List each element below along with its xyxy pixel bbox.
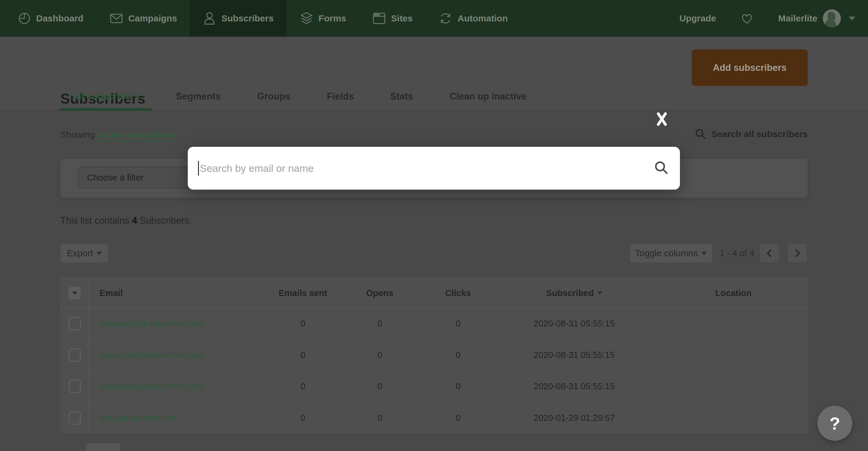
search-icon <box>695 128 707 140</box>
search-all-subscribers-link[interactable]: Search all subscribers <box>695 128 808 140</box>
person-icon <box>203 11 216 25</box>
column-header-clicks[interactable]: Clicks <box>427 278 490 307</box>
close-icon <box>655 112 669 126</box>
clicks-value: 0 <box>427 339 490 370</box>
search-all-label: Search all subscribers <box>711 129 808 139</box>
subscribed-value: 2020-08-31 05:55:15 <box>490 339 658 370</box>
opens-value: 0 <box>333 402 427 433</box>
showing-prefix: Showing <box>60 130 95 140</box>
select-all-dropdown-button[interactable] <box>68 287 81 300</box>
nav-item-automation[interactable]: Automation <box>426 0 521 37</box>
list-info: This list contains 4 Subscribers. <box>60 215 192 226</box>
account-chevron-down-icon[interactable] <box>849 17 855 21</box>
table-row: example4@mailerlite.com 0 0 0 2020-08-31… <box>60 339 808 371</box>
column-header-opens[interactable]: Opens <box>333 278 427 307</box>
search-input[interactable] <box>188 147 680 190</box>
table-row: info@mailerlite.com 0 0 0 2020-01-29 01:… <box>60 402 808 433</box>
subscriber-email-link[interactable]: info@mailerlite.com <box>99 413 179 423</box>
tab-segments[interactable]: Segments <box>164 83 233 110</box>
layers-icon <box>300 11 313 25</box>
previous-page-button[interactable] <box>760 244 779 263</box>
heart-icon[interactable] <box>740 12 753 25</box>
subscribed-value: 2020-08-31 05:55:15 <box>490 371 658 401</box>
table-row: example3@mailerlite.com 0 0 0 2020-08-31… <box>60 371 808 402</box>
column-header-subscribed[interactable]: Subscribed <box>490 278 658 307</box>
nav-item-label: Sites <box>391 13 413 24</box>
tab-bar: All subscribers Segments Groups Fields S… <box>60 83 551 110</box>
table-header-row: Email Emails sent Opens Clicks Subscribe… <box>60 278 808 308</box>
page-header: Subscribers Add subscribers All subscrib… <box>0 37 868 111</box>
chevron-right-icon <box>792 248 803 259</box>
clicks-value: 0 <box>427 371 490 401</box>
top-nav-left: Dashboard Campaigns Subscribers <box>0 0 521 37</box>
nav-item-sites[interactable]: Sites <box>359 0 426 37</box>
opens-value: 0 <box>333 371 427 401</box>
toggle-columns-button[interactable]: Toggle columns <box>629 244 712 263</box>
clicks-value: 0 <box>427 308 490 339</box>
nav-item-dashboard[interactable]: Dashboard <box>5 0 96 37</box>
row-checkbox[interactable] <box>69 348 81 362</box>
nav-item-label: Subscribers <box>221 13 273 24</box>
dashboard-icon <box>18 12 31 25</box>
emails-sent-value: 0 <box>273 402 333 433</box>
location-value <box>658 308 808 339</box>
nav-item-label: Automation <box>458 13 508 24</box>
opens-value: 0 <box>333 308 427 339</box>
text-cursor <box>198 161 199 176</box>
list-info-suffix: Subscribers. <box>140 215 192 226</box>
search-icon[interactable] <box>654 160 669 176</box>
bottom-export-button-partial[interactable] <box>86 443 120 451</box>
emails-sent-value: 0 <box>273 371 333 401</box>
column-header-email[interactable]: Email <box>90 278 273 307</box>
subscriber-email-link[interactable]: example4@mailerlite.com <box>99 350 204 360</box>
search-modal <box>188 147 680 190</box>
subscribers-table: Email Emails sent Opens Clicks Subscribe… <box>60 278 808 433</box>
subscriber-count: 4 <box>132 215 137 226</box>
chevron-down-icon <box>72 292 78 295</box>
sort-desc-icon <box>597 292 602 295</box>
export-label: Export <box>67 248 93 258</box>
showing-status: Showing active subscribers <box>60 130 177 140</box>
column-header-emails-sent[interactable]: Emails sent <box>273 278 333 307</box>
location-value <box>658 402 808 433</box>
row-checkbox[interactable] <box>69 380 81 393</box>
emails-sent-value: 0 <box>273 339 333 370</box>
column-header-location[interactable]: Location <box>658 278 808 307</box>
envelope-icon <box>110 12 123 25</box>
add-subscribers-button[interactable]: Add subscribers <box>692 50 808 86</box>
nav-item-label: Campaigns <box>128 13 177 24</box>
tab-fields[interactable]: Fields <box>314 83 366 110</box>
nav-item-forms[interactable]: Forms <box>287 0 359 37</box>
active-subscribers-link[interactable]: active subscribers <box>97 130 177 141</box>
location-value <box>658 371 808 401</box>
export-button[interactable]: Export <box>60 244 108 263</box>
help-button[interactable]: ? <box>817 406 852 441</box>
toggle-columns-label: Toggle columns <box>635 248 698 258</box>
subscribed-value: 2020-01-29 01:29:57 <box>490 402 658 433</box>
location-value <box>658 339 808 370</box>
top-nav: Dashboard Campaigns Subscribers <box>0 0 868 37</box>
row-checkbox[interactable] <box>69 317 81 330</box>
subscriber-email-link[interactable]: example3@mailerlite.com <box>99 381 204 391</box>
nav-item-subscribers[interactable]: Subscribers <box>190 0 286 37</box>
subscriber-email-link[interactable]: example5@mailerlite.com <box>99 318 204 329</box>
upgrade-link[interactable]: Upgrade <box>679 13 716 24</box>
chevron-down-icon <box>701 252 707 255</box>
tab-groups[interactable]: Groups <box>245 83 303 110</box>
chevron-left-icon <box>764 248 775 259</box>
clicks-value: 0 <box>427 402 490 433</box>
avatar[interactable] <box>823 9 841 27</box>
tab-stats[interactable]: Stats <box>378 83 426 110</box>
tab-all-subscribers[interactable]: All subscribers <box>60 83 152 110</box>
close-button[interactable] <box>653 110 671 128</box>
nav-item-campaigns[interactable]: Campaigns <box>96 0 190 37</box>
row-checkbox[interactable] <box>69 411 81 425</box>
top-nav-right: Upgrade Mailerlite <box>679 0 868 37</box>
tab-clean-up-inactive[interactable]: Clean up inactive <box>437 83 539 110</box>
account-name-label[interactable]: Mailerlite <box>778 13 817 24</box>
list-info-prefix: This list contains <box>60 215 129 226</box>
next-page-button[interactable] <box>788 244 807 263</box>
pagination-range: 1 - 4 of 4 <box>718 244 756 263</box>
question-mark-label: ? <box>830 413 840 433</box>
subscribed-value: 2020-08-31 05:55:15 <box>490 308 658 339</box>
